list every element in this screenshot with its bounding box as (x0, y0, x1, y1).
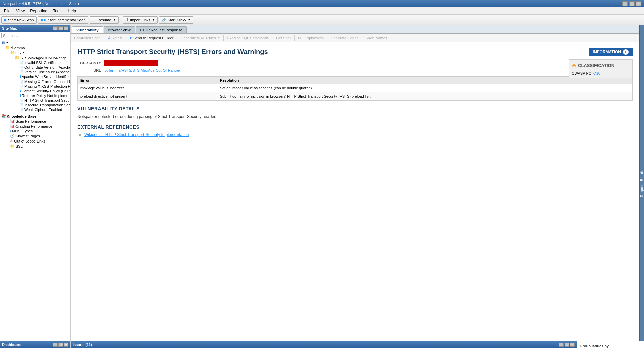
tab-browser-view[interactable]: Browser View (104, 26, 135, 33)
title-bar-controls[interactable]: _ □ × (622, 1, 641, 6)
tree-item-out-of-date[interactable]: 📄 Out-of-date Version (Apache (1, 65, 70, 70)
retest-icon: ↺ (107, 36, 110, 40)
maximize-button[interactable]: □ (629, 1, 635, 6)
group-issues-title: Group Issues by (580, 344, 641, 348)
tree-item-knowledge-base[interactable]: 📚 Knowledge Base (1, 114, 70, 119)
tab-http-request[interactable]: HTTP Request/Response (136, 26, 187, 33)
site-map-close[interactable]: × (64, 26, 68, 30)
star-icon: ✳ (572, 62, 576, 69)
import-links-button[interactable]: ⬇ Import Links ▼ (123, 16, 158, 24)
tree-item-dilemma[interactable]: 📁 dilemma (1, 45, 70, 50)
tree-item-scan-perf[interactable]: 📊 Scan Performance (1, 119, 70, 124)
app-title: Netsparker 4.9.5.17476 ( Netsparker - 1 … (3, 2, 79, 6)
menu-view[interactable]: View (13, 8, 27, 14)
request-builder-panel[interactable]: Request Builder (639, 25, 644, 341)
site-map-search[interactable] (1, 33, 69, 38)
owasp-link[interactable]: C10 (593, 71, 600, 75)
site-map-minimize[interactable]: _ (53, 26, 58, 30)
owasp-label: OWASP PC (572, 71, 591, 75)
url-value[interactable]: ./dilemma/HSTS/STS-MaxAge-Out-Of-Range/ (104, 68, 180, 72)
tree-item-missing-xss[interactable]: 📄 Missing X-XSS-Protection He (1, 84, 70, 89)
site-map-title: Site Map (2, 26, 17, 30)
resume-button[interactable]: ⏸ Resume ▼ (90, 16, 119, 24)
tree-item-missing-xframe[interactable]: 📄 Missing X-Frame-Options He (1, 79, 70, 84)
issues-container: Issues (11) _ □ × ▶ 📁 Invalid SSL Certif… (71, 341, 577, 348)
resolution-cell-2: Submit domain for inclusion in browsers'… (217, 92, 632, 101)
tree-item-hsts-errors[interactable]: 📄 HTTP Strict Transport Securi (1, 98, 70, 103)
dashboard-panel: Dashboard _ □ × Scan Paused %100 0001 / … (0, 341, 71, 348)
tree-item-insecure-transport[interactable]: 📄 Insecure Transportation Secu (1, 103, 70, 107)
dashboard-close[interactable]: × (64, 343, 68, 347)
tree-item-invalid-ssl[interactable]: 📄 Invalid SSL Certificate (1, 60, 70, 65)
import-dropdown-arrow: ▼ (152, 18, 155, 21)
proxy-icon: 🔗 (162, 18, 167, 22)
menu-help[interactable]: Help (65, 8, 79, 14)
menu-file[interactable]: File (1, 8, 13, 14)
group-issues-panel: Group Issues by Vulnerability Type Sever… (577, 341, 644, 348)
url-row: URL ./dilemma/HSTS/STS-MaxAge-Out-Of-Ran… (77, 68, 633, 72)
minimize-button[interactable]: _ (622, 1, 628, 6)
tree-item-version-disclosure[interactable]: 📄 Version Disclosure (Apache) (1, 70, 70, 74)
dashboard-restore[interactable]: □ (58, 343, 63, 347)
controlled-scan-btn[interactable]: Controlled Scan (72, 35, 102, 41)
dashboard-minimize[interactable]: _ (53, 343, 58, 347)
tree-item-hsts[interactable]: 📁 HSTS (1, 50, 70, 55)
site-map-controls[interactable]: _ □ × (53, 26, 68, 30)
vuln-sep-1 (104, 35, 104, 41)
tree-item-out-of-scope[interactable]: ⚠ Out of Scope Links (1, 138, 70, 144)
main-layout: Site Map _ □ × 🖥 ▼ 📁 dilemma 📁 HSTS (0, 25, 644, 341)
tree-item-ssl[interactable]: 📁 SSL (1, 144, 70, 149)
request-builder-label: Request Builder (640, 168, 644, 197)
vuln-sep-7 (327, 35, 327, 41)
tree-item-apache-server[interactable]: ℹ Apache Web Server Identifie (1, 74, 70, 79)
tree-item-crawl-perf[interactable]: 📊 Crawling Performance (1, 124, 70, 129)
site-map-panel: Site Map _ □ × 🖥 ▼ 📁 dilemma 📁 HSTS (0, 25, 71, 341)
certainty-row: CERTAINTY (77, 60, 633, 66)
classification-title: ✳ CLASSIFICATION (572, 62, 630, 69)
send-icon: ➤ (129, 36, 132, 40)
file-icon: 📄 (20, 99, 24, 102)
generate-exploit-btn[interactable]: Generate Exploit (329, 35, 360, 41)
start-proxy-button[interactable]: 🔗 Start Proxy ▼ (159, 16, 193, 24)
folder-icon: 📁 (5, 45, 10, 50)
menu-reporting[interactable]: Reporting (27, 8, 50, 14)
info-icon: ℹ (20, 89, 21, 93)
scan-icon: ▶ (4, 18, 7, 22)
tree-item-sts-maxage[interactable]: 📁 STS-MaxAge-Out-Of-Range (1, 55, 70, 60)
certainty-bar (104, 60, 158, 66)
root-icon: 🖥 (1, 41, 5, 45)
generate-waf-btn[interactable]: Generate WAF Rules ▼ (179, 35, 222, 41)
information-button[interactable]: INFORMATION i (589, 48, 633, 56)
ext-refs-list: Wikipedia - HTTP Strict Transport Securi… (84, 132, 633, 137)
send-to-request-builder-btn[interactable]: ➤ Send to Request Builder (127, 35, 175, 41)
file-icon: 📄 (20, 85, 24, 88)
toolbar: ▶ Start New Scan ▶▶ Start Incremental Sc… (0, 15, 644, 25)
error-cell-1: max-age value is incorrect. (78, 84, 217, 92)
menu-tools[interactable]: Tools (50, 8, 65, 14)
error-cell-2: preload directive not present (78, 92, 217, 101)
ext-ref-link-1[interactable]: Wikipedia - HTTP Strict Transport Securi… (84, 132, 189, 137)
lfi-btn[interactable]: LFI Exploitation (296, 35, 326, 41)
tree-item-weak-ciphers[interactable]: 📄 Weak Ciphers Enabled (1, 107, 70, 112)
close-button[interactable]: × (636, 1, 641, 6)
issues-close[interactable]: × (570, 343, 575, 347)
short-names-btn[interactable]: Short Names (363, 35, 389, 41)
tree-item-referrer[interactable]: ℹ Referrer-Policy Not Impleme (1, 93, 70, 98)
issues-header: Issues (11) _ □ × (71, 341, 577, 348)
site-map-restore[interactable]: □ (58, 26, 63, 30)
issues-maximize[interactable]: □ (565, 343, 569, 347)
tree-item-mime[interactable]: ℹ MIME Types (1, 129, 70, 133)
issues-minimize[interactable]: _ (559, 343, 564, 347)
tree-item-csp[interactable]: ℹ Content Security Policy (CSP (1, 89, 70, 93)
tab-vulnerability[interactable]: Vulnerability (72, 26, 103, 33)
start-new-scan-button[interactable]: ▶ Start New Scan (1, 16, 37, 24)
menu-bar: File View Reporting Tools Help (0, 7, 644, 15)
import-icon: ⬇ (126, 18, 129, 22)
tree-item-slowest[interactable]: 🕐 Slowest Pages (1, 133, 70, 138)
tree-item-root[interactable]: 🖥 ▼ (1, 40, 70, 45)
folder-icon: 📁 (15, 56, 20, 60)
execute-sql-btn[interactable]: Execute SQL Commands (225, 35, 271, 41)
get-shell-btn[interactable]: Get Shell (274, 35, 293, 41)
retest-btn[interactable]: ↺ Retest (105, 35, 124, 41)
start-incremental-scan-button[interactable]: ▶▶ Start Incremental Scan (38, 16, 88, 24)
